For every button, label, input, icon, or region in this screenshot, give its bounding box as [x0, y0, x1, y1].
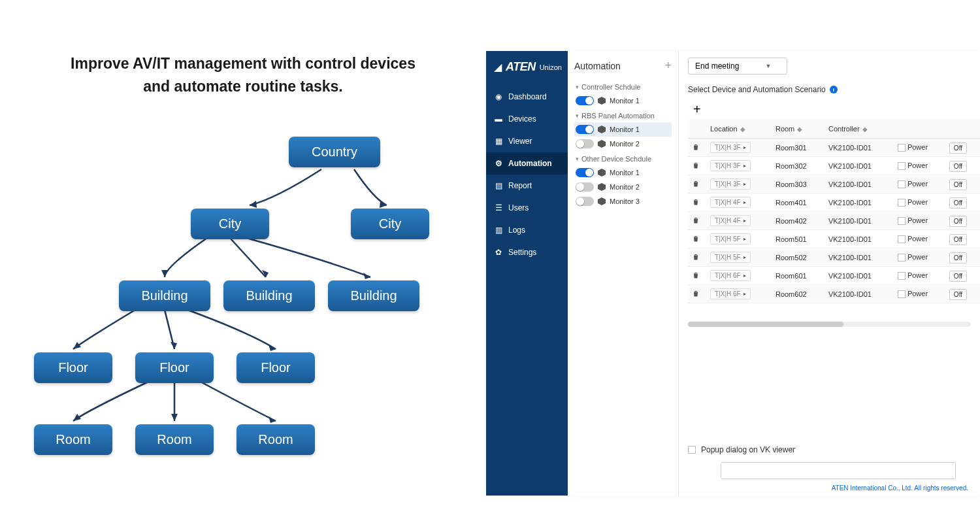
- location-breadcrumb[interactable]: T|X|H 3F ▸: [710, 142, 751, 153]
- trash-icon[interactable]: [692, 234, 700, 243]
- power-checkbox[interactable]: [898, 235, 906, 243]
- horizontal-scrollbar[interactable]: [688, 322, 971, 327]
- location-breadcrumb[interactable]: T|X|H 3F ▸: [710, 178, 751, 190]
- toggle-switch[interactable]: [576, 197, 594, 206]
- sort-icon[interactable]: ◆: [740, 126, 745, 133]
- automation-item[interactable]: Monitor 1: [574, 122, 672, 137]
- trash-icon[interactable]: [692, 252, 700, 262]
- col-location[interactable]: Location: [710, 125, 738, 133]
- sidebar-item-users[interactable]: ☰Users: [486, 197, 568, 219]
- power-checkbox[interactable]: [898, 144, 906, 152]
- trash-icon[interactable]: [692, 197, 700, 207]
- automation-item[interactable]: Monitor 2: [574, 137, 672, 151]
- power-checkbox[interactable]: [898, 272, 906, 280]
- sidebar-item-dashboard[interactable]: ◉Dashboard: [486, 86, 568, 108]
- off-button[interactable]: Off: [949, 197, 967, 209]
- sidebar-item-report[interactable]: ▤Report: [486, 175, 568, 197]
- power-checkbox[interactable]: [898, 180, 906, 188]
- automation-group-title[interactable]: ▾ RBS Panel Automation: [574, 108, 672, 122]
- off-button[interactable]: Off: [949, 271, 967, 282]
- add-automation-button[interactable]: +: [664, 59, 672, 73]
- add-device-button[interactable]: +: [688, 99, 980, 120]
- power-checkbox[interactable]: [898, 254, 906, 262]
- trash-icon[interactable]: [692, 179, 700, 188]
- table-row: T|X|H 3F ▸Room303VK2100-ID01 PowerOff: [688, 175, 980, 194]
- sidebar-item-devices[interactable]: ▬Devices: [486, 108, 568, 130]
- toggle-switch[interactable]: [576, 125, 594, 134]
- marketing-panel: Improve AV/IT management with control de…: [0, 0, 486, 523]
- automation-item[interactable]: Monitor 1: [574, 93, 672, 108]
- popup-message-input[interactable]: [721, 462, 956, 479]
- tree-node-city: City: [351, 209, 429, 239]
- automation-item[interactable]: Monitor 2: [574, 180, 672, 194]
- svg-marker-0: [250, 201, 257, 208]
- col-controller[interactable]: Controller: [828, 125, 860, 133]
- off-button[interactable]: Off: [949, 252, 967, 263]
- trash-icon[interactable]: [692, 161, 700, 170]
- off-button[interactable]: Off: [949, 143, 967, 154]
- automation-item[interactable]: Monitor 1: [574, 165, 672, 180]
- trash-icon[interactable]: [692, 216, 700, 225]
- off-button[interactable]: Off: [949, 234, 967, 245]
- device-icon: [598, 97, 606, 105]
- toggle-switch[interactable]: [576, 182, 594, 192]
- cell-controller: VK2100-ID01: [825, 230, 894, 248]
- location-breadcrumb[interactable]: T|X|H 5F ▸: [710, 233, 751, 245]
- table-row: T|X|H 4F ▸Room402VK2100-ID01 PowerOff: [688, 212, 980, 230]
- location-breadcrumb[interactable]: T|X|H 5F ▸: [710, 252, 751, 263]
- power-checkbox[interactable]: [898, 199, 906, 207]
- trash-icon[interactable]: [692, 271, 700, 280]
- automation-group-title[interactable]: ▾ Other Device Schdule: [574, 151, 672, 165]
- toggle-switch[interactable]: [576, 168, 594, 177]
- trash-icon[interactable]: [692, 289, 700, 298]
- automation-item[interactable]: Monitor 3: [574, 194, 672, 209]
- toggle-switch[interactable]: [576, 139, 594, 148]
- cell-room: Room601: [772, 267, 825, 285]
- off-button[interactable]: Off: [949, 216, 967, 227]
- automation-item-label: Monitor 2: [610, 140, 640, 148]
- tree-node-building: Building: [328, 280, 419, 311]
- cell-controller: VK2100-ID01: [825, 267, 894, 285]
- scenario-dropdown[interactable]: End meeting ▼: [688, 58, 787, 75]
- sort-icon[interactable]: ◆: [797, 126, 802, 133]
- tree-node-room: Room: [237, 424, 315, 455]
- sidebar-item-label: Users: [508, 203, 529, 212]
- app-screenshot: ◢ ATEN Unizon ◉Dashboard▬Devices▦Viewer⚙…: [486, 0, 980, 523]
- tree-node-country: Country: [289, 137, 380, 167]
- power-checkbox[interactable]: [898, 217, 906, 225]
- sort-icon[interactable]: ◆: [862, 126, 868, 133]
- popup-checkbox[interactable]: [688, 446, 696, 454]
- viewer-icon: ▦: [494, 137, 503, 146]
- location-breadcrumb[interactable]: T|X|H 6F ▸: [710, 270, 751, 281]
- settings-icon: ✿: [494, 248, 503, 257]
- svg-marker-4: [363, 273, 370, 279]
- location-breadcrumb[interactable]: T|X|H 6F ▸: [710, 288, 751, 299]
- svg-marker-10: [269, 416, 276, 423]
- power-checkbox[interactable]: [898, 162, 906, 170]
- sidebar-item-logs[interactable]: ▥Logs: [486, 219, 568, 241]
- power-checkbox[interactable]: [898, 290, 906, 298]
- location-breadcrumb[interactable]: T|X|H 4F ▸: [710, 197, 751, 208]
- cell-controller: VK2100-ID01: [825, 248, 894, 267]
- scenario-selected: End meeting: [695, 61, 739, 71]
- col-room[interactable]: Room: [776, 125, 794, 133]
- sidebar-item-settings[interactable]: ✿Settings: [486, 241, 568, 263]
- sidebar-item-viewer[interactable]: ▦Viewer: [486, 130, 568, 152]
- off-button[interactable]: Off: [949, 161, 967, 172]
- sidebar-item-automation[interactable]: ⚙Automation: [486, 152, 568, 175]
- power-label: Power: [907, 180, 928, 188]
- table-row: T|X|H 5F ▸Room502VK2100-ID01 PowerOff: [688, 248, 980, 267]
- cell-controller: VK2100-ID01: [825, 139, 894, 157]
- trash-icon[interactable]: [692, 143, 700, 152]
- toggle-switch[interactable]: [576, 96, 594, 105]
- cell-room: Room303: [772, 175, 825, 194]
- location-breadcrumb[interactable]: T|X|H 4F ▸: [710, 215, 751, 226]
- off-button[interactable]: Off: [949, 179, 967, 190]
- chevron-down-icon: ▾: [576, 156, 579, 162]
- location-breadcrumb[interactable]: T|X|H 3F ▸: [710, 160, 751, 171]
- off-button[interactable]: Off: [949, 289, 967, 300]
- info-icon[interactable]: i: [830, 86, 838, 93]
- section-label: Select Device and Automation Scenario: [688, 85, 826, 94]
- automation-group-title[interactable]: ▾ Controller Schdule: [574, 79, 672, 93]
- cell-room: Room502: [772, 248, 825, 267]
